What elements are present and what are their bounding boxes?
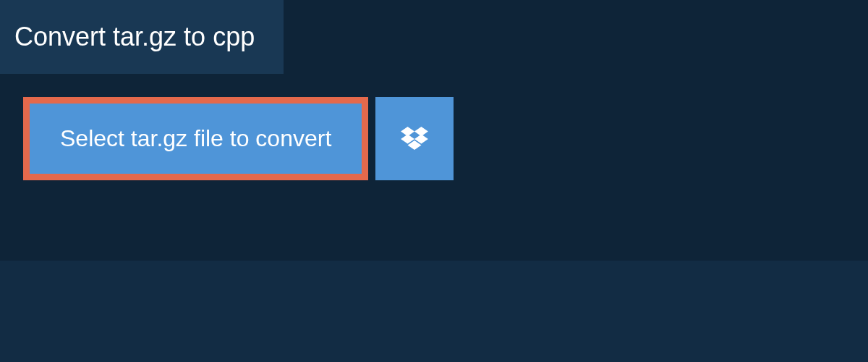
dropbox-button[interactable] bbox=[375, 97, 454, 180]
dropbox-icon bbox=[401, 127, 428, 151]
file-select-area: Select tar.gz file to convert bbox=[0, 74, 868, 180]
converter-panel: Convert tar.gz to cpp Select tar.gz file… bbox=[0, 0, 868, 261]
converter-tab: Convert tar.gz to cpp bbox=[0, 0, 284, 74]
select-file-button[interactable]: Select tar.gz file to convert bbox=[23, 97, 368, 180]
select-file-label: Select tar.gz file to convert bbox=[60, 125, 331, 152]
tab-title: Convert tar.gz to cpp bbox=[14, 22, 255, 51]
